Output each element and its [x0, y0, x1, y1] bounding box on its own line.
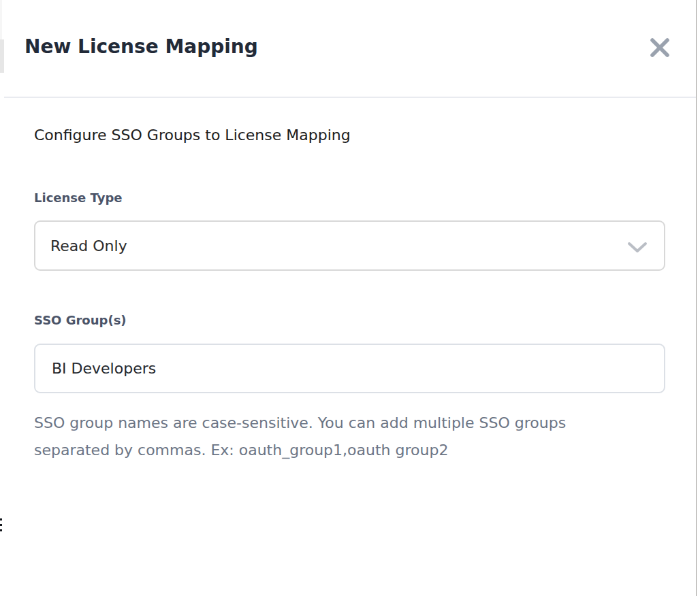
background-list-dash — [0, 524, 2, 526]
modal-header: New License Mapping — [4, 0, 696, 98]
close-icon — [649, 37, 671, 59]
sso-groups-label: SSO Group(s) — [34, 313, 127, 327]
close-button[interactable] — [648, 36, 671, 59]
sso-groups-help: SSO group names are case-sensitive. You … — [34, 410, 633, 464]
background-page-sliver-top — [0, 0, 2, 39]
license-type-label: License Type — [34, 191, 123, 205]
new-license-mapping-modal: New License Mapping Configure SSO Groups… — [4, 0, 696, 596]
modal-title: New License Mapping — [25, 35, 258, 58]
intro-text: Configure SSO Groups to License Mapping — [34, 127, 351, 144]
license-type-value: Read Only — [35, 237, 127, 254]
background-list-dash — [0, 518, 2, 520]
background-scrollbar-edge — [695, 0, 700, 596]
sso-groups-input[interactable] — [34, 344, 665, 393]
chevron-down-icon — [627, 242, 648, 253]
background-list-dash — [0, 529, 2, 531]
license-type-select[interactable]: Read Only — [34, 220, 665, 271]
